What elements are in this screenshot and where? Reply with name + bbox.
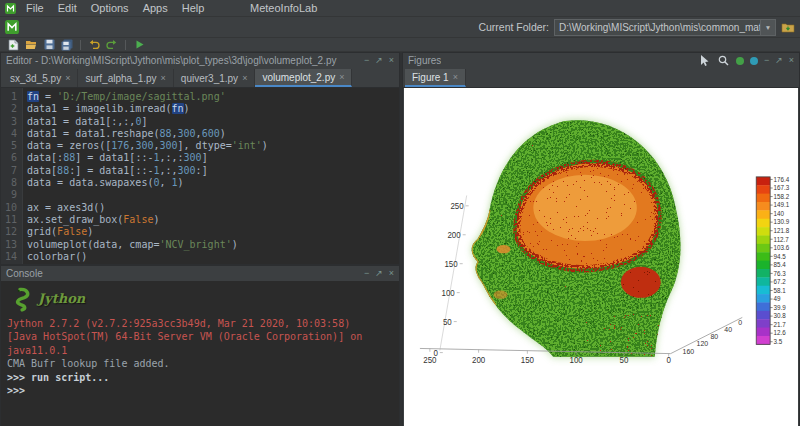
svg-text:0: 0	[738, 319, 742, 327]
close-icon[interactable]: ×	[789, 56, 794, 65]
code-line: 3data1 = data1[:,:,0]	[1, 116, 399, 128]
svg-text:112.7: 112.7	[774, 235, 790, 242]
svg-text:140: 140	[774, 210, 785, 217]
menu-bar: FileEditOptionsAppsHelp MeteoInfoLab	[0, 0, 800, 17]
float-icon[interactable]: ↗	[375, 56, 383, 65]
svg-text:0: 0	[433, 349, 438, 358]
svg-text:158.2: 158.2	[774, 193, 790, 200]
line-number: 9	[1, 189, 22, 201]
console-title: Console	[6, 268, 43, 279]
right-column: Figures − ↗ × Figure 1 ×	[402, 52, 800, 426]
save-button[interactable]	[42, 39, 56, 51]
volume-plot-figure[interactable]: 2502001501005002502001501005001601208040…	[404, 88, 798, 426]
svg-text:49: 49	[774, 295, 781, 302]
svg-text:76.3: 76.3	[774, 270, 787, 277]
line-number: 10	[1, 202, 22, 214]
line-number: 4	[1, 128, 22, 140]
tab-close-icon[interactable]: ×	[65, 73, 70, 83]
float-icon[interactable]: ↗	[775, 56, 783, 65]
code-line: 9	[1, 189, 399, 201]
menu-item-apps[interactable]: Apps	[136, 2, 175, 14]
jython-logo: Jython	[7, 284, 393, 314]
code-editor[interactable]: 1fn = 'D:/Temp/image/sagittal.png'2data1…	[1, 88, 399, 264]
svg-text:3.5: 3.5	[774, 338, 783, 345]
line-number: 11	[1, 214, 22, 226]
svg-text:50: 50	[443, 318, 452, 327]
figure-tab-1[interactable]: Figure 1 ×	[405, 69, 466, 87]
minimize-icon[interactable]: −	[364, 56, 369, 65]
code-line: 14colorbar()	[1, 251, 399, 263]
undo-icon	[88, 39, 100, 50]
code-line: 11ax.set_draw_box(False)	[1, 214, 399, 226]
svg-text:149.1: 149.1	[774, 201, 790, 208]
current-folder-combobox[interactable]: D:\Working\MIScript\Jython\mis\common_ma…	[554, 19, 776, 36]
console-body[interactable]: Jython Jython 2.7.2 (v2.7.2:925a3cc3b49d…	[1, 281, 399, 426]
main-toolbar	[0, 38, 800, 52]
svg-text:94.5: 94.5	[774, 252, 787, 259]
svg-text:67.2: 67.2	[774, 278, 787, 285]
svg-text:176.4: 176.4	[774, 176, 790, 183]
close-icon[interactable]: ×	[389, 269, 394, 278]
tab-close-icon[interactable]: ×	[161, 73, 166, 83]
line-number: 1	[1, 91, 22, 103]
toolbar-separator	[125, 40, 126, 50]
tab-label: Figure 1	[412, 72, 449, 83]
new-file-icon	[8, 39, 19, 51]
pointer-tool-button[interactable]	[698, 55, 711, 67]
redo-icon	[106, 39, 118, 50]
code-line: 12grid(False)	[1, 226, 399, 238]
svg-text:100: 100	[569, 356, 583, 365]
menu-item-file[interactable]: File	[19, 2, 51, 14]
code-line: 4data1 = data1.reshape(88,300,600)	[1, 128, 399, 140]
figure-canvas[interactable]: 2502001501005002502001501005001601208040…	[404, 88, 798, 426]
new-script-button[interactable]	[6, 39, 20, 51]
undo-button[interactable]	[87, 39, 101, 51]
tab-close-icon[interactable]: ×	[453, 72, 458, 82]
toolbar-separator	[80, 40, 81, 50]
editor-tab-quiver3_1.py[interactable]: quiver3_1.py×	[174, 69, 256, 87]
console-line: >>> run script...	[7, 371, 393, 384]
pointer-icon	[700, 55, 709, 66]
save-all-icon	[61, 39, 73, 51]
run-icon	[134, 39, 145, 50]
tab-label: volumeplot_2.py	[262, 72, 335, 83]
code-line: 5data = zeros([176,300,300], dtype='int'…	[1, 140, 399, 152]
head-volume-render	[472, 120, 681, 365]
browse-folder-button[interactable]	[781, 21, 795, 33]
editor-tab-volumeplot_2.py[interactable]: volumeplot_2.py×	[255, 69, 352, 87]
svg-text:50: 50	[619, 356, 628, 365]
tab-close-icon[interactable]: ×	[339, 72, 344, 82]
console-line: [Java HotSpot(TM) 64-Bit Server VM (Orac…	[7, 330, 393, 357]
menu-item-options[interactable]: Options	[84, 2, 136, 14]
zoom-tool-button[interactable]	[717, 55, 730, 67]
svg-text:250: 250	[450, 202, 464, 211]
tab-close-icon[interactable]: ×	[242, 73, 247, 83]
svg-text:40: 40	[724, 326, 732, 334]
minimize-icon[interactable]: −	[764, 56, 769, 65]
editor-tab-sx_3d_5.py[interactable]: sx_3d_5.py×	[3, 69, 78, 87]
rotate-tool-icon[interactable]	[750, 57, 758, 65]
save-all-button[interactable]	[60, 39, 74, 51]
console-panel-controls: − ↗ ×	[364, 269, 394, 278]
menu-item-help[interactable]: Help	[175, 2, 212, 14]
minimize-icon[interactable]: −	[364, 269, 369, 278]
menu-item-edit[interactable]: Edit	[51, 2, 84, 14]
run-script-button[interactable]	[132, 39, 146, 51]
line-number: 5	[1, 140, 22, 152]
redo-button[interactable]	[105, 39, 119, 51]
chevron-down-icon[interactable]: ▼	[760, 20, 775, 35]
close-icon[interactable]: ×	[389, 56, 394, 65]
figure-tabs: Figure 1 ×	[403, 68, 799, 88]
open-folder-icon	[25, 39, 37, 50]
editor-tab-surf_alpha_1.py[interactable]: surf_alpha_1.py×	[78, 69, 173, 87]
jython-snake-icon	[7, 286, 33, 312]
open-file-button[interactable]	[24, 39, 38, 51]
identify-tool-icon[interactable]	[736, 57, 744, 65]
svg-text:200: 200	[447, 231, 461, 240]
editor-title: Editor - D:\Working\MIScript\Jython\mis\…	[6, 55, 337, 66]
code-line: 10ax = axes3d()	[1, 202, 399, 214]
code-line: 6data[:88] = data1[::-1,:,:300]	[1, 152, 399, 164]
float-icon[interactable]: ↗	[375, 269, 383, 278]
console-panel-header: Console − ↗ ×	[1, 266, 399, 281]
tab-label: quiver3_1.py	[181, 73, 238, 84]
